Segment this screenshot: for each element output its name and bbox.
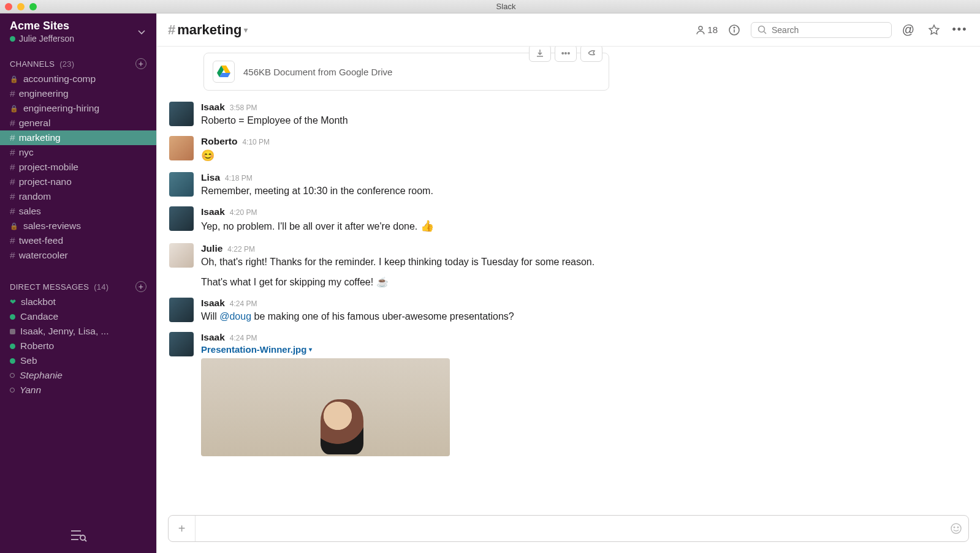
svg-point-11 bbox=[951, 524, 961, 533]
star-button[interactable] bbox=[925, 21, 943, 39]
avatar[interactable] bbox=[169, 298, 194, 322]
channel-item-general[interactable]: #general bbox=[0, 116, 156, 130]
message-author[interactable]: Isaak bbox=[201, 332, 225, 343]
emoji-picker-button[interactable] bbox=[944, 522, 968, 535]
hash-icon: # bbox=[10, 118, 15, 129]
channel-item-watercooler[interactable]: #watercooler bbox=[0, 248, 156, 263]
file-meta: 456KB Document from Google Drive bbox=[243, 67, 392, 77]
file-link[interactable]: Presentation-Winner.jpg▾ bbox=[201, 344, 968, 355]
dm-item-stephanie[interactable]: Stephanie bbox=[0, 368, 156, 383]
channel-item-engineering-hiring[interactable]: engineering-hiring bbox=[0, 101, 156, 116]
chevron-down-icon bbox=[137, 27, 146, 37]
avatar[interactable] bbox=[169, 136, 194, 160]
minimize-window-button[interactable] bbox=[17, 3, 25, 10]
channel-details-button[interactable] bbox=[725, 21, 743, 39]
mentions-button[interactable]: @ bbox=[899, 21, 917, 39]
window-title: Slack bbox=[37, 2, 975, 11]
message-author[interactable]: Julie bbox=[201, 243, 222, 254]
quick-switcher-button[interactable] bbox=[70, 529, 87, 542]
dms-count: (14) bbox=[94, 282, 108, 292]
channel-label: sales bbox=[19, 206, 41, 217]
group-icon bbox=[10, 329, 15, 334]
composer-box[interactable]: + bbox=[168, 515, 969, 542]
dm-item-candace[interactable]: Candace bbox=[0, 309, 156, 324]
dm-item-isaak-jenny-lisa-[interactable]: Isaak, Jenny, Lisa, ... bbox=[0, 324, 156, 339]
avatar[interactable] bbox=[169, 172, 194, 197]
dm-item-slackbot[interactable]: ❤slackbot bbox=[0, 295, 156, 309]
dm-label: Yann bbox=[20, 385, 41, 396]
channels-section-header[interactable]: Channels (23) + bbox=[0, 50, 156, 72]
member-count[interactable]: 18 bbox=[696, 24, 718, 35]
channel-label: project-mobile bbox=[19, 162, 78, 173]
message-author[interactable]: Isaak bbox=[201, 102, 225, 113]
window-titlebar: Slack bbox=[0, 0, 980, 13]
message-input[interactable] bbox=[196, 524, 944, 534]
add-dm-button[interactable]: + bbox=[135, 281, 146, 292]
hash-icon: # bbox=[10, 250, 15, 261]
channel-item-engineering[interactable]: #engineering bbox=[0, 86, 156, 101]
message-time: 4:24 PM bbox=[230, 334, 257, 342]
message-author[interactable]: Lisa bbox=[201, 172, 220, 183]
mention[interactable]: @doug bbox=[219, 311, 251, 322]
channel-name: marketing bbox=[177, 22, 241, 38]
current-user-name: Julie Jefferson bbox=[19, 34, 74, 43]
zoom-window-button[interactable] bbox=[29, 3, 37, 10]
message-author[interactable]: Roberto bbox=[201, 136, 237, 147]
more-actions-button[interactable]: ••• bbox=[951, 21, 969, 39]
message-list[interactable]: 456KB Document from Google Drive ••• Isa… bbox=[157, 47, 980, 509]
channel-item-sales-reviews[interactable]: sales-reviews bbox=[0, 219, 156, 233]
caret-down-icon: ▾ bbox=[244, 26, 248, 34]
close-window-button[interactable] bbox=[5, 3, 12, 10]
google-drive-icon bbox=[213, 61, 235, 83]
team-switcher[interactable]: Acme Sites Julie Jefferson bbox=[0, 13, 156, 50]
dm-item-seb[interactable]: Seb bbox=[0, 353, 156, 368]
channel-label: engineering bbox=[19, 88, 69, 99]
add-channel-button[interactable]: + bbox=[135, 58, 146, 69]
channel-item-random[interactable]: #random bbox=[0, 189, 156, 204]
channel-title[interactable]: # marketing ▾ bbox=[168, 22, 248, 38]
presence-dot-icon bbox=[10, 36, 15, 42]
message: Roberto4:10 PM😊 bbox=[169, 134, 968, 170]
dm-item-yann[interactable]: Yann bbox=[0, 383, 156, 397]
svg-point-8 bbox=[734, 27, 735, 28]
image-attachment[interactable] bbox=[201, 358, 450, 456]
share-button[interactable] bbox=[580, 47, 602, 62]
search-box[interactable] bbox=[751, 22, 892, 38]
message-text: Yep, no problem. I'll be all over it aft… bbox=[201, 218, 968, 234]
download-button[interactable] bbox=[529, 47, 551, 62]
channel-label: sales-reviews bbox=[23, 220, 81, 231]
channel-item-project-nano[interactable]: #project-nano bbox=[0, 175, 156, 189]
channel-label: engineering-hiring bbox=[23, 103, 99, 114]
file-more-button[interactable]: ••• bbox=[555, 47, 577, 62]
hash-icon: # bbox=[10, 132, 15, 143]
presence-dot-icon bbox=[10, 373, 15, 378]
dm-label: Roberto bbox=[20, 340, 54, 352]
dm-list: ❤slackbotCandaceIsaak, Jenny, Lisa, ...R… bbox=[0, 295, 156, 397]
message-text: Oh, that's right! Thanks for the reminde… bbox=[201, 255, 968, 269]
file-attachment[interactable]: 456KB Document from Google Drive ••• bbox=[203, 53, 609, 91]
channel-item-marketing[interactable]: #marketing bbox=[0, 130, 156, 145]
presence-dot-icon bbox=[10, 344, 15, 349]
channel-item-sales[interactable]: #sales bbox=[0, 204, 156, 219]
search-input[interactable] bbox=[772, 25, 885, 35]
message-time: 4:24 PM bbox=[230, 299, 257, 308]
avatar[interactable] bbox=[169, 332, 194, 356]
attach-button[interactable]: + bbox=[169, 516, 196, 541]
message-author[interactable]: Isaak bbox=[201, 206, 225, 217]
channel-item-nyc[interactable]: #nyc bbox=[0, 145, 156, 160]
svg-line-10 bbox=[764, 32, 767, 34]
channel-item-project-mobile[interactable]: #project-mobile bbox=[0, 160, 156, 175]
avatar[interactable] bbox=[169, 243, 194, 268]
traffic-lights bbox=[5, 3, 37, 10]
message-author[interactable]: Isaak bbox=[201, 298, 225, 309]
channel-item-tweet-feed[interactable]: #tweet-feed bbox=[0, 233, 156, 248]
message-time: 4:10 PM bbox=[242, 138, 270, 146]
svg-point-5 bbox=[699, 26, 702, 30]
avatar[interactable] bbox=[169, 206, 194, 231]
presence-dot-icon bbox=[10, 314, 15, 320]
dm-item-roberto[interactable]: Roberto bbox=[0, 339, 156, 353]
avatar[interactable] bbox=[169, 102, 194, 126]
dms-section-header[interactable]: Direct Messages (14) + bbox=[0, 273, 156, 295]
channel-item-accounting-comp[interactable]: accounting-comp bbox=[0, 72, 156, 86]
svg-point-9 bbox=[759, 26, 765, 32]
